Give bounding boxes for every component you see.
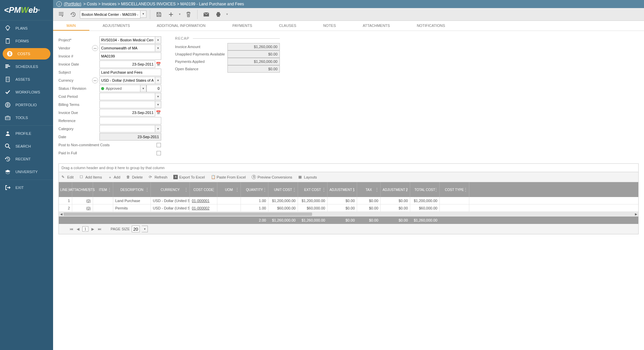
pager-next-icon[interactable]: ▶ [90, 227, 95, 231]
column-menu-icon[interactable]: ⋮ [108, 187, 112, 192]
pager-current[interactable]: 1 [82, 226, 88, 232]
tab-notes[interactable]: NOTES [310, 21, 349, 31]
grid-header-cell[interactable]: QUANTITY⋮ [241, 182, 268, 197]
sidebar-item-portfolio[interactable]: PORTFOLIO [0, 99, 53, 111]
invoice-due-input[interactable] [99, 109, 155, 116]
save-icon[interactable] [154, 9, 164, 20]
tab-additional-information[interactable]: ADDITIONAL INFORMATION [143, 21, 219, 31]
invoice-date-input[interactable] [99, 61, 155, 68]
attachment-link[interactable]: (0) [86, 199, 91, 203]
costcode-link[interactable]: 01-000001 [192, 199, 210, 203]
invoice-date-calendar-icon[interactable]: 📅 [155, 61, 161, 68]
breadcrumb-portfolio[interactable]: (Portfolio) [64, 2, 81, 6]
pager-prev-icon[interactable]: ◀ [76, 227, 80, 231]
sidebar-item-schedules[interactable]: SCHEDULES [0, 60, 53, 73]
grid-edit-button[interactable]: ✎Edit [61, 175, 74, 179]
currency-dropdown[interactable]: ▼ [155, 77, 161, 84]
invoice-due-calendar-icon[interactable]: 📅 [155, 109, 161, 116]
scroll-right-icon[interactable]: ▶ [634, 212, 638, 216]
sidebar-item-university[interactable]: UNIVERSITY [0, 165, 53, 178]
column-menu-icon[interactable]: ⋮ [292, 187, 296, 192]
grid-header-cell[interactable]: COST CODE⋮ [190, 182, 217, 197]
grid-add-button[interactable]: ＋Add [108, 175, 121, 179]
column-menu-icon[interactable]: ⋮ [375, 187, 379, 192]
tab-adjustments[interactable]: ADJUSTMENTS [89, 21, 143, 31]
column-menu-icon[interactable]: ⋮ [212, 187, 216, 192]
grid-group-hint[interactable]: Drag a column header and drop it here to… [59, 164, 638, 172]
grid-header-cell[interactable]: DESCRIPTION⋮ [113, 182, 151, 197]
grid-refresh-button[interactable]: ⟳Refresh [149, 175, 168, 179]
sidebar-item-assets[interactable]: ASSETS [0, 73, 53, 86]
grid-preview-button[interactable]: $Preview Conversions [252, 175, 292, 179]
grid-hscroll[interactable]: ◀ ▶ [59, 212, 638, 217]
project-dropdown[interactable]: ▼ [155, 36, 161, 44]
vendor-dropdown[interactable]: ▼ [155, 44, 161, 52]
project-input[interactable] [99, 36, 155, 44]
column-menu-icon[interactable]: ⋮ [87, 187, 91, 192]
sidebar-item-forms[interactable]: FORMS [0, 35, 53, 47]
grid-header-cell[interactable]: ADJUSTMENT 2⋮ [381, 182, 410, 197]
cost-period-dropdown[interactable]: ▼ [155, 93, 161, 100]
sidebar-item-tools[interactable]: TOOLS [0, 111, 53, 124]
add-dropdown[interactable]: ▼ [178, 13, 182, 16]
record-select[interactable] [80, 10, 140, 18]
billing-terms-input[interactable] [99, 101, 155, 108]
category-dropdown[interactable]: ▼ [155, 125, 161, 132]
attachment-link[interactable]: (0) [86, 206, 91, 210]
pager-last-icon[interactable]: ⏭ [97, 227, 102, 231]
reference-input[interactable] [99, 117, 161, 124]
grid-paste-button[interactable]: 📋Paste From Excel [211, 175, 246, 179]
sidebar-item-exit[interactable]: EXIT [0, 181, 53, 194]
vendor-more-icon[interactable]: ••• [92, 45, 98, 51]
sidebar-item-search[interactable]: SEARCH [0, 140, 53, 153]
currency-input[interactable] [99, 77, 155, 84]
subject-input[interactable] [99, 69, 161, 76]
table-row[interactable]: 1(0)Land PurchaseUSD - Dollar (United St… [59, 197, 638, 204]
category-input[interactable] [99, 125, 155, 132]
add-icon[interactable] [166, 9, 176, 20]
email-icon[interactable] [201, 9, 212, 20]
column-menu-icon[interactable]: ⋮ [235, 187, 239, 192]
tab-payments[interactable]: PAYMENTS [219, 21, 266, 31]
currency-more-icon[interactable]: ••• [92, 77, 98, 83]
record-select-dropdown[interactable]: ▼ [140, 10, 146, 18]
column-menu-icon[interactable]: ⋮ [145, 187, 149, 192]
paid-checkbox[interactable] [157, 151, 161, 155]
scroll-thumb[interactable] [63, 212, 312, 216]
post-checkbox[interactable] [157, 143, 161, 147]
grid-header-cell[interactable]: COST TYPE⋮ [440, 182, 469, 197]
column-menu-icon[interactable]: ⋮ [464, 187, 468, 192]
history-icon[interactable] [68, 9, 79, 20]
sidebar-item-workflows[interactable]: WORKFLOWS [0, 86, 53, 99]
costcode-link[interactable]: 01-000002 [192, 206, 210, 210]
table-row[interactable]: 2(0)PermitsUSD - Dollar (United Sta01-00… [59, 204, 638, 212]
grid-header-cell[interactable]: ADJUSTMENT 1⋮ [328, 182, 357, 197]
grid-header-cell[interactable]: CURRENCY⋮ [151, 182, 190, 197]
tab-attachments[interactable]: ATTACHMENTS [349, 21, 403, 31]
grid-header-cell[interactable]: UNIT COST⋮ [268, 182, 298, 197]
tab-notifications[interactable]: NOTIFICATIONS [403, 21, 459, 31]
cost-period-input[interactable] [99, 93, 155, 100]
info-icon[interactable]: i [56, 1, 62, 7]
grid-header-cell[interactable]: ATTACHMENTS⋮ [72, 182, 93, 197]
grid-header-cell[interactable]: UOM⋮ [217, 182, 241, 197]
pager-first-icon[interactable]: ⏮ [69, 227, 74, 231]
grid-header-cell[interactable]: TOTAL COST⋮ [410, 182, 440, 197]
tab-main[interactable]: MAIN [53, 21, 89, 31]
tab-clauses[interactable]: CLAUSES [266, 21, 310, 31]
grid-layouts-button[interactable]: ▦Layouts [298, 175, 317, 179]
column-menu-icon[interactable]: ⋮ [322, 187, 326, 192]
grid-header-cell[interactable]: TAX⋮ [357, 182, 381, 197]
status-dropdown[interactable]: ▼ [140, 85, 146, 92]
grid-header-cell[interactable]: ITEM⋮ [93, 182, 113, 197]
sidebar-item-profile[interactable]: PROFILE [0, 127, 53, 140]
delete-icon[interactable] [183, 9, 194, 20]
column-menu-icon[interactable]: ⋮ [434, 187, 438, 192]
revision-input[interactable] [146, 85, 161, 92]
list-settings-icon[interactable] [56, 9, 67, 20]
column-menu-icon[interactable]: ⋮ [351, 187, 355, 192]
grid-add-items-button[interactable]: ☐Add Items [80, 175, 102, 179]
status-input[interactable]: Approved [99, 85, 140, 92]
column-menu-icon[interactable]: ⋮ [404, 187, 409, 192]
column-menu-icon[interactable]: ⋮ [184, 187, 188, 192]
